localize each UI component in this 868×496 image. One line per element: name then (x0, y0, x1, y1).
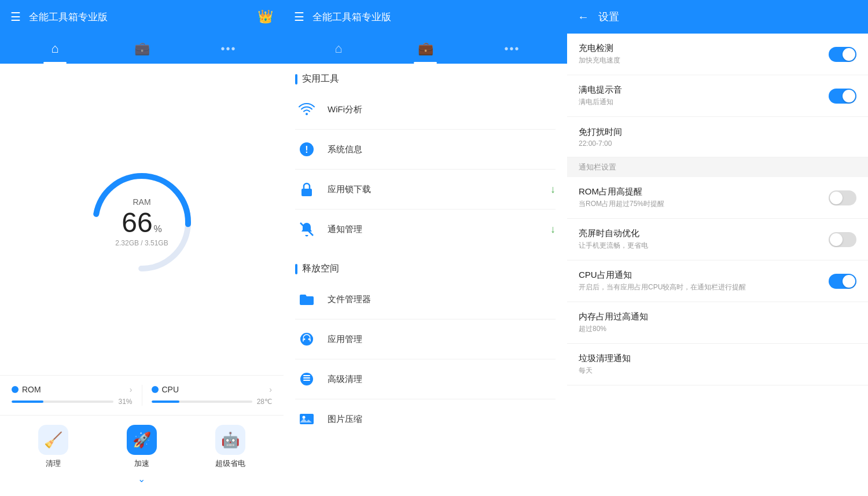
rom-notify-desc: 当ROM占用超过75%时提醒 (579, 199, 829, 209)
lock-icon (295, 178, 318, 201)
rom-arrow: › (130, 385, 133, 394)
rom-notify-info: ROM占用高提醒 当ROM占用超过75%时提醒 (579, 186, 829, 209)
setting-memory-notify[interactable]: 内存占用过高通知 超过80% (567, 302, 868, 344)
tab-more[interactable]: ••• (185, 34, 272, 64)
cpu-notify-desc: 开启后，当有应用占用CPU较高时，在通知栏进行提醒 (579, 282, 829, 292)
speed-button[interactable]: 🚀 加速 ⌄ (100, 425, 183, 484)
tool-wifi[interactable]: WiFi分析 (284, 90, 567, 129)
svg-text:!: ! (305, 145, 308, 155)
clean-icon: 🧹 (38, 425, 68, 455)
memory-notify-desc: 超过80% (579, 324, 856, 334)
charge-detect-toggle[interactable] (829, 47, 856, 62)
menu-icon[interactable]: ☰ (10, 10, 21, 24)
screen-opt-name: 亮屏时自动优化 (579, 228, 829, 239)
speed-label: 加速 (134, 458, 149, 469)
cpu-label-row: CPU (152, 385, 179, 394)
menu-icon-2[interactable]: ☰ (294, 10, 304, 24)
dnd-name: 免打扰时间 (579, 127, 856, 138)
section-utilities-header: 实用工具 (284, 64, 567, 90)
full-sound-toggle[interactable] (829, 89, 856, 104)
settings-list: 充电检测 加快充电速度 满电提示音 满电后通知 免打扰时间 22:00-7:00… (567, 34, 868, 496)
section-storage-header: 释放空间 (284, 253, 567, 280)
setting-rom-notify[interactable]: ROM占用高提醒 当ROM占用超过75%时提醒 (567, 177, 868, 219)
svg-rect-8 (300, 414, 314, 424)
section-bar-2 (295, 264, 297, 274)
dnd-info: 免打扰时间 22:00-7:00 (579, 127, 856, 148)
power-button[interactable]: 🤖 超级省电 (189, 425, 272, 484)
notify-name: 通知管理 (328, 224, 541, 235)
rom-dot (12, 386, 19, 393)
bottom-actions: 🧹 清理 🚀 加速 ⌄ 🤖 超级省电 (0, 415, 284, 496)
tab-home[interactable]: ⌂ (12, 34, 98, 64)
tab-home-2[interactable]: ⌂ (295, 34, 382, 64)
charge-detect-info: 充电检测 加快充电速度 (579, 43, 829, 65)
setting-charge-detect[interactable]: 充电检测 加快充电速度 (567, 34, 868, 75)
tab-tools-2[interactable]: 💼 (382, 34, 469, 64)
svg-point-9 (303, 416, 306, 419)
home-content: RAM 66 % 2.32GB / 3.51GB ROM › (0, 64, 284, 496)
wifi-name: WiFi分析 (328, 104, 556, 115)
image-icon (295, 407, 318, 431)
speed-chevron: ⌄ (138, 473, 145, 484)
screen-opt-info: 亮屏时自动优化 让手机更流畅，更省电 (579, 228, 829, 251)
applock-badge: ↓ (550, 183, 556, 196)
notify-settings-group-header: 通知栏设置 (567, 157, 868, 177)
full-sound-info: 满电提示音 满电后通知 (579, 84, 829, 107)
section-bar-1 (295, 74, 297, 84)
settings-topbar: ← 设置 (567, 0, 868, 34)
full-sound-name: 满电提示音 (579, 84, 829, 95)
speed-icon: 🚀 (127, 425, 157, 455)
more-dots-icon-2: ••• (504, 42, 520, 56)
rom-stat[interactable]: ROM › 31% (12, 385, 142, 406)
nav-tabs-tools: ⌂ 💼 ••• (284, 34, 567, 64)
power-icon: 🤖 (215, 425, 245, 455)
notify-group-label: 通知栏设置 (579, 163, 616, 171)
cpu-bar-fill (152, 401, 180, 403)
screen-opt-toggle[interactable] (829, 232, 856, 247)
tool-sysinfo[interactable]: ! 系统信息 (284, 130, 567, 169)
setting-dnd[interactable]: 免打扰时间 22:00-7:00 (567, 117, 868, 157)
back-icon[interactable]: ← (578, 10, 589, 24)
setting-full-sound[interactable]: 满电提示音 满电后通知 (567, 75, 868, 117)
tab-tools[interactable]: 💼 (98, 34, 185, 64)
rom-bar (12, 401, 113, 403)
tool-image[interactable]: 图片压缩 (284, 399, 567, 439)
ram-section: RAM 66 % 2.32GB / 3.51GB (0, 64, 284, 375)
rom-bar-row: 31% (12, 398, 133, 406)
ram-unit: % (154, 224, 162, 234)
rom-stat-header: ROM › (12, 385, 133, 394)
bell-off-icon (295, 218, 318, 241)
tool-apps[interactable]: 应用管理 (284, 319, 567, 359)
memory-notify-name: 内存占用过高通知 (579, 311, 856, 322)
tab-more-2[interactable]: ••• (469, 34, 556, 64)
setting-screen-opt[interactable]: 亮屏时自动优化 让手机更流畅，更省电 (567, 219, 868, 260)
charge-detect-name: 充电检测 (579, 43, 829, 54)
clean-label: 清理 (46, 458, 61, 469)
trash-notify-desc: 每天 (579, 366, 856, 376)
panel-settings: ← 设置 充电检测 加快充电速度 满电提示音 满电后通知 免打扰时间 22:00… (567, 0, 868, 496)
cpu-notify-toggle[interactable] (829, 274, 856, 289)
image-name: 图片压缩 (328, 414, 556, 425)
tool-files[interactable]: 文件管理器 (284, 280, 567, 319)
cpu-stat-header: CPU › (152, 385, 273, 394)
clean-button[interactable]: 🧹 清理 (12, 425, 94, 484)
screen-opt-desc: 让手机更流畅，更省电 (579, 241, 829, 251)
cpu-label: CPU (162, 385, 179, 394)
panel-home: ☰ 全能工具箱专业版 👑 ⌂ 💼 ••• (0, 0, 284, 496)
rom-label-row: ROM (12, 385, 41, 394)
setting-cpu-notify[interactable]: CPU占用通知 开启后，当有应用占用CPU较高时，在通知栏进行提醒 (567, 260, 868, 302)
tool-clean[interactable]: 高级清理 (284, 359, 567, 399)
notify-badge: ↓ (550, 223, 556, 236)
clean-name: 高级清理 (328, 374, 556, 385)
tool-applock[interactable]: 应用锁下载 ↓ (284, 170, 567, 209)
tool-notify[interactable]: 通知管理 ↓ (284, 210, 567, 249)
cpu-value: 28℃ (257, 398, 272, 406)
home-icon: ⌂ (51, 41, 58, 56)
cpu-stat[interactable]: CPU › 28℃ (152, 385, 273, 406)
topbar-tools: ☰ 全能工具箱专业版 (284, 0, 567, 34)
crown-icon: 👑 (258, 9, 273, 24)
setting-trash-notify[interactable]: 垃圾清理通知 每天 (567, 344, 868, 385)
rom-notify-toggle[interactable] (829, 190, 856, 205)
rom-value: 31% (118, 398, 132, 406)
cpu-notify-name: CPU占用通知 (579, 270, 829, 281)
